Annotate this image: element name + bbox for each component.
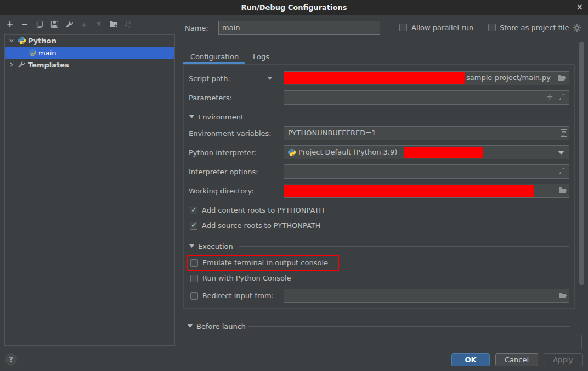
up-arrow-icon: ▲	[82, 20, 86, 28]
apply-button[interactable]: Apply	[544, 353, 583, 366]
check-icon: ✓	[191, 206, 197, 214]
copy-configuration-button[interactable]	[35, 20, 44, 28]
expand-field-icon[interactable]	[558, 94, 565, 100]
environment-variables-label: Environment variables:	[189, 129, 272, 138]
parameters-field[interactable]	[284, 90, 569, 105]
folder-icon[interactable]	[558, 186, 567, 194]
folder-icon[interactable]	[558, 292, 567, 299]
python-icon	[18, 36, 26, 45]
tab-configuration[interactable]: Configuration	[190, 53, 239, 61]
configurations-toolbar: + − ▲ ▼ az	[5, 20, 133, 28]
redaction-overlay	[284, 72, 465, 84]
down-arrow-icon: ▼	[97, 20, 101, 28]
python-icon	[28, 48, 37, 57]
move-down-button[interactable]: ▼	[94, 20, 103, 28]
redirect-input-checkbox[interactable]	[190, 292, 198, 300]
name-label: Name:	[185, 24, 208, 32]
new-folder-icon	[109, 20, 118, 28]
redirect-input-label[interactable]: Redirect input from:	[202, 292, 274, 300]
environment-section-header[interactable]: Environment	[198, 113, 244, 121]
environment-variables-field[interactable]: PYTHONUNBUFFERED=1	[284, 126, 569, 140]
script-path-dropdown-icon[interactable]	[267, 77, 273, 80]
plus-icon: +	[7, 20, 14, 28]
tree-item-label: main	[38, 49, 56, 57]
sort-az-icon: az	[124, 20, 133, 28]
expand-field-icon[interactable]	[558, 168, 565, 174]
redaction-overlay	[404, 147, 483, 158]
move-up-button[interactable]: ▲	[80, 20, 88, 28]
interpreter-options-label: Interpreter options:	[189, 168, 258, 176]
collapse-section-icon[interactable]	[189, 244, 194, 248]
script-path-label: Script path:	[189, 75, 230, 83]
edit-variables-icon[interactable]	[561, 129, 567, 137]
save-configuration-button[interactable]	[50, 20, 59, 28]
svg-text:a: a	[128, 20, 131, 25]
dialog-title: Run/Debug Configurations	[241, 3, 347, 12]
tree-item-main[interactable]: main	[5, 47, 174, 59]
before-launch-section-header[interactable]: Before launch	[196, 322, 246, 330]
allow-parallel-run-label[interactable]: Allow parallel run	[411, 24, 473, 32]
add-content-roots-checkbox[interactable]: ✓	[190, 207, 197, 214]
allow-parallel-run-checkbox[interactable]	[399, 24, 407, 31]
add-content-roots-label[interactable]: Add content roots to PYTHONPATH	[202, 206, 324, 214]
gear-icon[interactable]	[573, 24, 581, 32]
redirect-input-field[interactable]	[284, 289, 569, 303]
tree-item-templates[interactable]: Templates	[5, 59, 174, 71]
vertical-scrollbar[interactable]	[579, 42, 584, 285]
add-macro-icon[interactable]: +	[546, 92, 553, 102]
emulate-terminal-checkbox[interactable]	[190, 259, 198, 267]
store-as-project-file-label[interactable]: Store as project file	[500, 24, 569, 32]
section-divider	[248, 117, 569, 117]
python-interpreter-label: Python interpreter:	[189, 149, 256, 157]
remove-configuration-button[interactable]: −	[20, 20, 29, 28]
close-icon[interactable]: ×	[576, 2, 583, 12]
add-source-roots-checkbox[interactable]: ✓	[190, 222, 197, 230]
save-icon	[50, 20, 59, 28]
ok-button[interactable]: OK	[451, 353, 490, 366]
python-icon	[287, 148, 296, 157]
section-divider	[248, 326, 570, 327]
emulate-terminal-label[interactable]: Emulate terminal in output console	[202, 259, 328, 267]
wrench-icon	[65, 20, 74, 28]
chevron-right-icon[interactable]	[9, 62, 14, 67]
svg-text:z: z	[128, 25, 131, 28]
minus-icon: −	[21, 20, 29, 28]
check-icon: ✓	[191, 221, 197, 229]
sort-configurations-button[interactable]: az	[124, 20, 133, 28]
name-input[interactable]	[218, 21, 380, 35]
tree-item-label: Python	[28, 37, 56, 45]
help-button[interactable]: ?	[5, 353, 17, 366]
collapse-section-icon[interactable]	[188, 324, 193, 328]
wrench-icon	[18, 60, 26, 69]
run-python-console-checkbox[interactable]	[190, 275, 198, 282]
tree-item-python[interactable]: Python	[5, 35, 174, 47]
chevron-down-icon[interactable]	[558, 151, 564, 155]
question-mark-icon: ?	[9, 355, 13, 363]
tree-item-label: Templates	[28, 61, 69, 69]
add-configuration-button[interactable]: +	[5, 20, 14, 28]
tab-logs[interactable]: Logs	[253, 53, 269, 61]
collapse-section-icon[interactable]	[189, 115, 194, 118]
dialog-titlebar: Run/Debug Configurations ×	[0, 0, 588, 15]
environment-variables-value: PYTHONUNBUFFERED=1	[288, 129, 376, 137]
copy-icon	[36, 20, 44, 28]
run-python-console-label[interactable]: Run with Python Console	[202, 274, 291, 282]
working-directory-label: Working directory:	[189, 187, 254, 195]
script-path-value: sample-project/main.py	[466, 73, 551, 82]
parameters-label: Parameters:	[189, 94, 232, 102]
new-folder-button[interactable]	[109, 20, 118, 28]
execution-section-header[interactable]: Execution	[198, 242, 233, 250]
edit-templates-button[interactable]	[65, 20, 74, 28]
section-divider	[239, 246, 569, 247]
configurations-tree: Python main Templates	[4, 34, 175, 346]
store-as-project-file-checkbox[interactable]	[488, 24, 496, 31]
python-interpreter-value: Project Default (Python 3.9)	[298, 148, 397, 156]
folder-icon[interactable]	[557, 74, 566, 82]
interpreter-options-field[interactable]	[284, 164, 569, 179]
chevron-down-icon[interactable]	[9, 38, 14, 43]
cancel-button[interactable]: Cancel	[495, 353, 538, 366]
before-launch-list[interactable]	[185, 335, 582, 349]
add-source-roots-label[interactable]: Add source roots to PYTHONPATH	[202, 221, 321, 230]
redaction-overlay	[284, 185, 534, 197]
